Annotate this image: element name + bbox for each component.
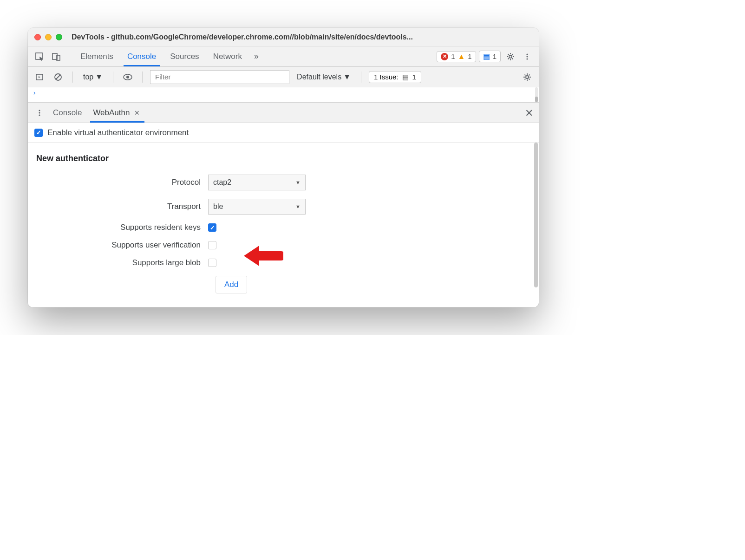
user-verification-checkbox[interactable] — [208, 241, 216, 249]
error-icon: ✕ — [441, 53, 448, 60]
form-title: New authenticator — [36, 154, 530, 163]
enable-virtual-env-label: Enable virtual authenticator environment — [47, 128, 189, 137]
error-count: 1 — [451, 52, 455, 60]
titlebar: DevTools - github.com/GoogleChrome/devel… — [28, 28, 539, 46]
context-selector[interactable]: top ▼ — [80, 72, 105, 82]
large-blob-checkbox[interactable] — [208, 259, 216, 267]
console-prompt: › — [33, 89, 36, 97]
issues-count: 1 — [412, 73, 416, 81]
enable-virtual-env-checkbox[interactable] — [34, 129, 43, 137]
tab-sources[interactable]: Sources — [164, 46, 204, 66]
issues-status[interactable]: ▤1 — [479, 51, 501, 62]
context-value: top — [83, 73, 93, 81]
new-authenticator-form: New authenticator Protocol ctap2 ▼ Trans… — [28, 143, 539, 307]
chevron-down-icon: ▼ — [343, 73, 351, 81]
device-mode-icon[interactable] — [49, 50, 63, 64]
filter-input[interactable] — [150, 70, 289, 84]
separator — [69, 51, 69, 62]
minimize-window-button[interactable] — [45, 34, 52, 40]
traffic-lights — [34, 34, 62, 40]
large-blob-label: Supports large blob — [36, 258, 208, 267]
scrollbar[interactable] — [535, 87, 538, 102]
inspect-element-icon[interactable] — [33, 50, 46, 64]
svg-marker-8 — [39, 76, 40, 78]
svg-point-5 — [526, 56, 528, 57]
svg-point-6 — [526, 58, 528, 59]
tab-label: Sources — [170, 52, 199, 61]
add-button-label: Add — [224, 280, 238, 289]
svg-point-13 — [526, 76, 529, 78]
drawer-tab-label: WebAuthn — [93, 108, 130, 117]
add-button[interactable]: Add — [216, 276, 247, 293]
tab-elements[interactable]: Elements — [75, 46, 119, 66]
protocol-label: Protocol — [36, 178, 208, 187]
separator — [113, 72, 113, 83]
console-settings-icon[interactable] — [520, 70, 534, 84]
svg-point-12 — [126, 76, 129, 78]
devtools-window: DevTools - github.com/GoogleChrome/devel… — [28, 28, 539, 307]
svg-line-10 — [56, 75, 60, 79]
drawer-tab-label: Console — [53, 108, 82, 117]
console-sidebar-toggle-icon[interactable] — [33, 70, 46, 84]
more-tabs-icon[interactable]: » — [250, 52, 262, 61]
chevron-down-icon: ▼ — [295, 204, 301, 209]
svg-point-14 — [39, 110, 40, 111]
warning-count: 1 — [468, 52, 471, 60]
resident-keys-checkbox[interactable] — [208, 223, 216, 232]
close-tab-icon[interactable]: ✕ — [132, 109, 142, 117]
user-verification-label: Supports user verification — [36, 241, 208, 250]
tab-console[interactable]: Console — [122, 46, 162, 66]
transport-value: ble — [213, 202, 223, 211]
resident-keys-label: Supports resident keys — [36, 223, 208, 232]
tab-label: Network — [213, 52, 242, 61]
issues-button[interactable]: 1 Issue: ▤ 1 — [369, 71, 421, 83]
console-toolbar: top ▼ Default levels ▼ 1 Issue: ▤ 1 — [28, 67, 539, 87]
drawer: Console WebAuthn ✕ ✕ Enable virtual auth… — [28, 102, 539, 307]
window-title: DevTools - github.com/GoogleChrome/devel… — [72, 33, 413, 41]
protocol-value: ctap2 — [213, 178, 231, 187]
settings-icon[interactable] — [503, 50, 517, 64]
issue-icon: ▤ — [483, 52, 490, 61]
transport-select[interactable]: ble ▼ — [208, 199, 306, 215]
tab-network[interactable]: Network — [208, 46, 248, 66]
main-tabstrip: Elements Console Sources Network » ✕1 ▲1… — [28, 46, 539, 67]
console-body[interactable]: › — [28, 87, 539, 102]
drawer-tab-webauthn[interactable]: WebAuthn ✕ — [88, 103, 146, 123]
maximize-window-button[interactable] — [56, 34, 62, 40]
more-options-icon[interactable] — [520, 50, 534, 64]
separator — [142, 72, 143, 83]
drawer-tab-console[interactable]: Console — [48, 103, 86, 123]
error-warning-status[interactable]: ✕1 ▲1 — [437, 51, 476, 62]
tab-label: Elements — [80, 52, 113, 61]
close-window-button[interactable] — [34, 34, 41, 40]
log-levels-selector[interactable]: Default levels ▼ — [294, 72, 353, 82]
clear-console-icon[interactable] — [51, 70, 65, 84]
drawer-more-icon[interactable] — [33, 106, 46, 120]
tab-label: Console — [127, 52, 156, 61]
issues-label: 1 Issue: — [374, 73, 399, 81]
levels-value: Default levels — [297, 73, 341, 81]
issue-icon: ▤ — [402, 73, 409, 81]
separator — [72, 72, 73, 83]
close-drawer-icon[interactable]: ✕ — [525, 107, 533, 119]
warning-icon: ▲ — [457, 52, 465, 61]
protocol-select[interactable]: ctap2 ▼ — [208, 175, 306, 190]
drawer-tabstrip: Console WebAuthn ✕ — [28, 103, 539, 123]
issue-count: 1 — [493, 52, 497, 60]
svg-point-15 — [39, 112, 40, 113]
svg-point-3 — [509, 55, 512, 58]
drawer-scrollbar[interactable] — [534, 143, 538, 307]
transport-label: Transport — [36, 202, 208, 211]
live-expression-icon[interactable] — [121, 70, 135, 84]
chevron-down-icon: ▼ — [95, 73, 103, 81]
chevron-down-icon: ▼ — [295, 180, 301, 185]
enable-virtual-env-row: Enable virtual authenticator environment — [28, 123, 539, 143]
separator — [361, 72, 361, 83]
svg-point-4 — [526, 53, 528, 55]
svg-point-16 — [39, 114, 40, 116]
